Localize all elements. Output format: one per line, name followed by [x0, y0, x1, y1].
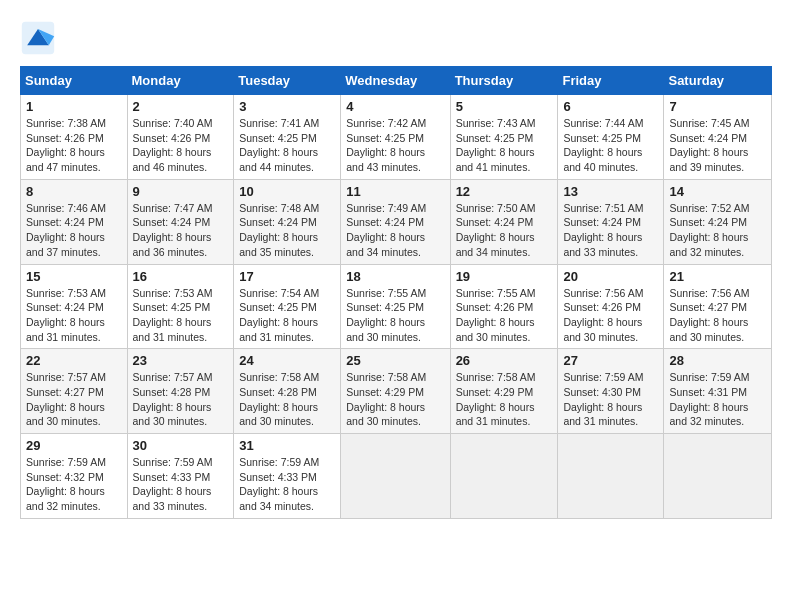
dow-friday: Friday — [558, 67, 664, 95]
calendar-cell: 19Sunrise: 7:55 AMSunset: 4:26 PMDayligh… — [450, 264, 558, 349]
calendar-cell: 30Sunrise: 7:59 AMSunset: 4:33 PMDayligh… — [127, 434, 234, 519]
week-row-3: 22Sunrise: 7:57 AMSunset: 4:27 PMDayligh… — [21, 349, 772, 434]
day-info: Sunrise: 7:45 AMSunset: 4:24 PMDaylight:… — [669, 116, 766, 175]
day-info: Sunrise: 7:50 AMSunset: 4:24 PMDaylight:… — [456, 201, 553, 260]
calendar-cell: 4Sunrise: 7:42 AMSunset: 4:25 PMDaylight… — [341, 95, 450, 180]
calendar-cell: 12Sunrise: 7:50 AMSunset: 4:24 PMDayligh… — [450, 179, 558, 264]
day-number: 23 — [133, 353, 229, 368]
page-header — [20, 20, 772, 56]
calendar-cell: 3Sunrise: 7:41 AMSunset: 4:25 PMDaylight… — [234, 95, 341, 180]
day-number: 3 — [239, 99, 335, 114]
calendar-cell: 7Sunrise: 7:45 AMSunset: 4:24 PMDaylight… — [664, 95, 772, 180]
calendar-cell — [450, 434, 558, 519]
day-number: 2 — [133, 99, 229, 114]
day-info: Sunrise: 7:47 AMSunset: 4:24 PMDaylight:… — [133, 201, 229, 260]
day-info: Sunrise: 7:54 AMSunset: 4:25 PMDaylight:… — [239, 286, 335, 345]
dow-saturday: Saturday — [664, 67, 772, 95]
day-number: 17 — [239, 269, 335, 284]
day-number: 1 — [26, 99, 122, 114]
day-number: 20 — [563, 269, 658, 284]
calendar-cell: 21Sunrise: 7:56 AMSunset: 4:27 PMDayligh… — [664, 264, 772, 349]
dow-wednesday: Wednesday — [341, 67, 450, 95]
day-number: 21 — [669, 269, 766, 284]
day-info: Sunrise: 7:53 AMSunset: 4:25 PMDaylight:… — [133, 286, 229, 345]
day-number: 8 — [26, 184, 122, 199]
day-info: Sunrise: 7:59 AMSunset: 4:32 PMDaylight:… — [26, 455, 122, 514]
day-number: 22 — [26, 353, 122, 368]
calendar-cell: 13Sunrise: 7:51 AMSunset: 4:24 PMDayligh… — [558, 179, 664, 264]
day-info: Sunrise: 7:59 AMSunset: 4:30 PMDaylight:… — [563, 370, 658, 429]
dow-sunday: Sunday — [21, 67, 128, 95]
calendar-body: 1Sunrise: 7:38 AMSunset: 4:26 PMDaylight… — [21, 95, 772, 519]
day-number: 12 — [456, 184, 553, 199]
calendar-cell: 28Sunrise: 7:59 AMSunset: 4:31 PMDayligh… — [664, 349, 772, 434]
day-number: 24 — [239, 353, 335, 368]
calendar-table: SundayMondayTuesdayWednesdayThursdayFrid… — [20, 66, 772, 519]
day-number: 19 — [456, 269, 553, 284]
calendar-cell: 20Sunrise: 7:56 AMSunset: 4:26 PMDayligh… — [558, 264, 664, 349]
day-number: 5 — [456, 99, 553, 114]
day-info: Sunrise: 7:38 AMSunset: 4:26 PMDaylight:… — [26, 116, 122, 175]
day-info: Sunrise: 7:58 AMSunset: 4:29 PMDaylight:… — [346, 370, 444, 429]
day-info: Sunrise: 7:57 AMSunset: 4:28 PMDaylight:… — [133, 370, 229, 429]
dow-tuesday: Tuesday — [234, 67, 341, 95]
day-number: 28 — [669, 353, 766, 368]
day-info: Sunrise: 7:55 AMSunset: 4:26 PMDaylight:… — [456, 286, 553, 345]
logo-icon — [20, 20, 56, 56]
day-number: 30 — [133, 438, 229, 453]
day-number: 9 — [133, 184, 229, 199]
day-number: 26 — [456, 353, 553, 368]
calendar-cell: 14Sunrise: 7:52 AMSunset: 4:24 PMDayligh… — [664, 179, 772, 264]
calendar-cell: 16Sunrise: 7:53 AMSunset: 4:25 PMDayligh… — [127, 264, 234, 349]
calendar-cell: 1Sunrise: 7:38 AMSunset: 4:26 PMDaylight… — [21, 95, 128, 180]
day-info: Sunrise: 7:43 AMSunset: 4:25 PMDaylight:… — [456, 116, 553, 175]
calendar-cell — [664, 434, 772, 519]
day-info: Sunrise: 7:58 AMSunset: 4:28 PMDaylight:… — [239, 370, 335, 429]
day-info: Sunrise: 7:42 AMSunset: 4:25 PMDaylight:… — [346, 116, 444, 175]
day-number: 29 — [26, 438, 122, 453]
day-number: 25 — [346, 353, 444, 368]
dow-thursday: Thursday — [450, 67, 558, 95]
calendar-cell: 8Sunrise: 7:46 AMSunset: 4:24 PMDaylight… — [21, 179, 128, 264]
day-number: 31 — [239, 438, 335, 453]
week-row-4: 29Sunrise: 7:59 AMSunset: 4:32 PMDayligh… — [21, 434, 772, 519]
calendar-cell: 23Sunrise: 7:57 AMSunset: 4:28 PMDayligh… — [127, 349, 234, 434]
day-number: 7 — [669, 99, 766, 114]
logo — [20, 20, 62, 56]
calendar-cell: 18Sunrise: 7:55 AMSunset: 4:25 PMDayligh… — [341, 264, 450, 349]
day-number: 16 — [133, 269, 229, 284]
calendar-cell — [558, 434, 664, 519]
day-number: 10 — [239, 184, 335, 199]
day-info: Sunrise: 7:52 AMSunset: 4:24 PMDaylight:… — [669, 201, 766, 260]
day-number: 18 — [346, 269, 444, 284]
calendar-cell: 10Sunrise: 7:48 AMSunset: 4:24 PMDayligh… — [234, 179, 341, 264]
calendar-cell: 31Sunrise: 7:59 AMSunset: 4:33 PMDayligh… — [234, 434, 341, 519]
day-info: Sunrise: 7:59 AMSunset: 4:33 PMDaylight:… — [239, 455, 335, 514]
calendar-cell: 17Sunrise: 7:54 AMSunset: 4:25 PMDayligh… — [234, 264, 341, 349]
day-of-week-header: SundayMondayTuesdayWednesdayThursdayFrid… — [21, 67, 772, 95]
day-number: 11 — [346, 184, 444, 199]
calendar-cell: 22Sunrise: 7:57 AMSunset: 4:27 PMDayligh… — [21, 349, 128, 434]
calendar-cell: 29Sunrise: 7:59 AMSunset: 4:32 PMDayligh… — [21, 434, 128, 519]
calendar-cell: 11Sunrise: 7:49 AMSunset: 4:24 PMDayligh… — [341, 179, 450, 264]
day-info: Sunrise: 7:40 AMSunset: 4:26 PMDaylight:… — [133, 116, 229, 175]
calendar-cell: 15Sunrise: 7:53 AMSunset: 4:24 PMDayligh… — [21, 264, 128, 349]
day-info: Sunrise: 7:41 AMSunset: 4:25 PMDaylight:… — [239, 116, 335, 175]
day-info: Sunrise: 7:46 AMSunset: 4:24 PMDaylight:… — [26, 201, 122, 260]
day-info: Sunrise: 7:49 AMSunset: 4:24 PMDaylight:… — [346, 201, 444, 260]
calendar-cell: 5Sunrise: 7:43 AMSunset: 4:25 PMDaylight… — [450, 95, 558, 180]
day-number: 14 — [669, 184, 766, 199]
calendar-cell: 25Sunrise: 7:58 AMSunset: 4:29 PMDayligh… — [341, 349, 450, 434]
week-row-2: 15Sunrise: 7:53 AMSunset: 4:24 PMDayligh… — [21, 264, 772, 349]
dow-monday: Monday — [127, 67, 234, 95]
day-info: Sunrise: 7:59 AMSunset: 4:33 PMDaylight:… — [133, 455, 229, 514]
calendar-cell — [341, 434, 450, 519]
day-info: Sunrise: 7:55 AMSunset: 4:25 PMDaylight:… — [346, 286, 444, 345]
day-info: Sunrise: 7:44 AMSunset: 4:25 PMDaylight:… — [563, 116, 658, 175]
day-info: Sunrise: 7:57 AMSunset: 4:27 PMDaylight:… — [26, 370, 122, 429]
week-row-1: 8Sunrise: 7:46 AMSunset: 4:24 PMDaylight… — [21, 179, 772, 264]
calendar-cell: 2Sunrise: 7:40 AMSunset: 4:26 PMDaylight… — [127, 95, 234, 180]
day-number: 4 — [346, 99, 444, 114]
week-row-0: 1Sunrise: 7:38 AMSunset: 4:26 PMDaylight… — [21, 95, 772, 180]
day-info: Sunrise: 7:56 AMSunset: 4:26 PMDaylight:… — [563, 286, 658, 345]
